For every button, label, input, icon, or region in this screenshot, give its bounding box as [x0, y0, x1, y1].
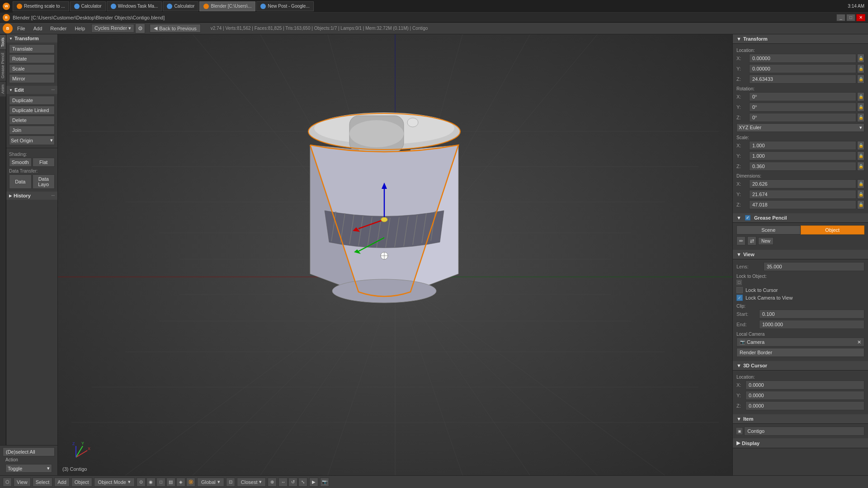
loc-x-value[interactable]: 0.00000 — [749, 54, 856, 63]
dim-z-value[interactable]: 47.018 — [749, 200, 856, 209]
scale-z-lock[interactable]: 🔒 — [857, 162, 864, 171]
engine-select[interactable]: Cycles Render ▾ — [91, 24, 134, 33]
set-origin-select[interactable]: Set Origin ▾ — [9, 136, 55, 145]
menu-add[interactable]: Add — [30, 25, 46, 32]
menu-help[interactable]: Help — [71, 25, 89, 32]
dim-x-lock[interactable]: 🔒 — [857, 179, 864, 188]
dim-z-lock[interactable]: 🔒 — [857, 200, 864, 209]
view-header[interactable]: ▼ View — [733, 250, 868, 259]
taskbar-btn-blender[interactable]: Blender [C:\Users\... — [199, 1, 255, 11]
manipulator-icon[interactable]: ↔ — [278, 478, 288, 487]
dim-x-value[interactable]: 20.626 — [749, 179, 856, 188]
scale-y-lock[interactable]: 🔒 — [857, 151, 864, 160]
rot-y-value[interactable]: 0° — [749, 103, 856, 112]
clip-end-value[interactable]: 1000.000 — [759, 320, 864, 329]
gp-new-btn[interactable]: New — [758, 237, 774, 245]
global-mode[interactable]: Global ▾ — [197, 478, 224, 487]
cursor-z-value[interactable]: 0.0000 — [745, 401, 864, 410]
flat-btn[interactable]: Flat — [33, 158, 55, 167]
join-btn[interactable]: Join — [9, 126, 55, 135]
material-icon[interactable]: ◈ — [176, 478, 185, 487]
back-to-previous-btn[interactable]: ◀ Back to Previous — [150, 24, 201, 33]
snap-type[interactable]: Closest ▾ — [237, 478, 266, 487]
loc-x-lock[interactable]: 🔒 — [857, 54, 864, 63]
smooth-btn[interactable]: Smooth — [9, 158, 32, 167]
cursor-x-value[interactable]: 0.0000 — [745, 380, 864, 389]
euler-select[interactable]: XYZ Euler ▾ — [736, 123, 864, 132]
camera-view-icon[interactable]: 📷 — [320, 478, 329, 487]
game-icon[interactable]: ▶ — [309, 478, 318, 487]
loc-z-value[interactable]: 24.63433 — [749, 75, 856, 84]
cursor-header[interactable]: ▼ 3D Cursor — [733, 361, 868, 371]
duplicate-btn[interactable]: Duplicate — [9, 96, 55, 105]
item-header[interactable]: ▼ Item — [733, 414, 868, 424]
left-tab-greasepencil[interactable]: Grease Pencil — [0, 50, 6, 81]
rot-z-value[interactable]: 0° — [749, 113, 856, 122]
clip-start-value[interactable]: 0.100 — [759, 310, 864, 319]
mode-select[interactable]: Object Mode ▾ — [94, 478, 135, 487]
render-icon[interactable]: 🔆 — [186, 478, 195, 487]
perspective-icon[interactable]: ⊙ — [137, 478, 146, 487]
taskbar-btn-google[interactable]: New Post - Google... — [256, 1, 313, 11]
solid-icon[interactable]: ◉ — [146, 478, 156, 487]
select-menu[interactable]: Select — [33, 478, 53, 487]
left-tab-tools[interactable]: Tools — [0, 34, 6, 50]
scale-x-value[interactable]: 1.000 — [749, 141, 856, 150]
taskbar-btn-windowstask[interactable]: Windows Task Ma... — [107, 1, 162, 11]
lock-camera-checkbox[interactable]: ✓ — [736, 295, 743, 301]
object-menu[interactable]: Object — [71, 478, 92, 487]
loc-z-lock[interactable]: 🔒 — [857, 75, 864, 84]
grease-pencil-header[interactable]: ▼ ✓ Grease Pencil — [733, 213, 868, 223]
viewport[interactable]: User Persp — [58, 34, 732, 475]
data-layo-btn[interactable]: Data Layo — [33, 174, 55, 189]
wire-icon[interactable]: □ — [156, 478, 165, 487]
rot-x-lock[interactable]: 🔒 — [857, 92, 864, 101]
transform-header[interactable]: ▼ Transform — [6, 34, 57, 42]
cursor-y-value[interactable]: 0.0000 — [745, 391, 864, 400]
rotate-manip-icon[interactable]: ↺ — [288, 478, 297, 487]
add-menu[interactable]: Add — [54, 478, 70, 487]
item-name-value[interactable]: Contigo — [744, 427, 864, 436]
blender-menu-logo[interactable]: B — [3, 23, 13, 33]
rot-z-lock[interactable]: 🔒 — [857, 113, 864, 122]
rot-y-lock[interactable]: 🔒 — [857, 103, 864, 112]
menu-render[interactable]: Render — [47, 25, 70, 32]
menu-file[interactable]: File — [14, 25, 29, 32]
loc-y-value[interactable]: 0.00000 — [749, 64, 856, 73]
gp-draw-icon[interactable]: ✏ — [736, 236, 745, 245]
engine-icon[interactable]: ⚙ — [135, 23, 145, 33]
view-menu[interactable]: View — [14, 478, 31, 487]
minimize-btn[interactable]: _ — [836, 14, 845, 21]
dim-y-lock[interactable]: 🔒 — [857, 190, 864, 199]
display-header[interactable]: ▶ Display — [733, 438, 868, 448]
translate-btn[interactable]: Translate — [9, 44, 55, 53]
scale-z-value[interactable]: 0.360 — [749, 162, 856, 171]
rotate-btn[interactable]: Rotate — [9, 54, 55, 63]
deselect-all-btn[interactable]: (De)select All — [3, 447, 55, 456]
scale-x-lock[interactable]: 🔒 — [857, 141, 864, 150]
loc-y-lock[interactable]: 🔒 — [857, 64, 864, 73]
lens-value[interactable]: 35.000 — [764, 262, 864, 271]
lock-to-cursor-checkbox[interactable] — [736, 287, 743, 293]
render-border-btn[interactable]: Render Border — [736, 348, 864, 357]
snap-magnet-icon[interactable]: ⊡ — [226, 478, 235, 487]
scale-manip-icon[interactable]: ⤡ — [298, 478, 307, 487]
taskbar-btn-calculator2[interactable]: Calculator — [163, 1, 198, 11]
dim-y-value[interactable]: 21.674 — [749, 190, 856, 199]
snap-icon[interactable]: ⊕ — [268, 478, 277, 487]
toggle-select[interactable]: Toggle ▾ — [5, 464, 52, 473]
gp-convert-icon[interactable]: ⇄ — [747, 236, 756, 245]
close-btn[interactable]: ✕ — [856, 14, 865, 21]
data-btn[interactable]: Data — [9, 174, 32, 189]
right-transform-header[interactable]: ▼ Transform — [733, 34, 868, 44]
edit-header[interactable]: ▼ Edit ··· — [6, 86, 57, 94]
duplicate-linked-btn[interactable]: Duplicate Linked — [9, 106, 55, 115]
viewport-icon[interactable]: ⬡ — [3, 478, 12, 487]
start-button[interactable]: W — [3, 3, 10, 10]
taskbar-btn-calculator1[interactable]: Calculator — [70, 1, 106, 11]
camera-select[interactable]: 📷 Camera ✕ — [736, 338, 864, 347]
left-tab-animation[interactable]: Anim — [0, 81, 6, 97]
gp-scene-tab[interactable]: Scene — [736, 225, 801, 235]
texture-icon[interactable]: ▤ — [166, 478, 175, 487]
mirror-btn[interactable]: Mirror — [9, 74, 55, 83]
